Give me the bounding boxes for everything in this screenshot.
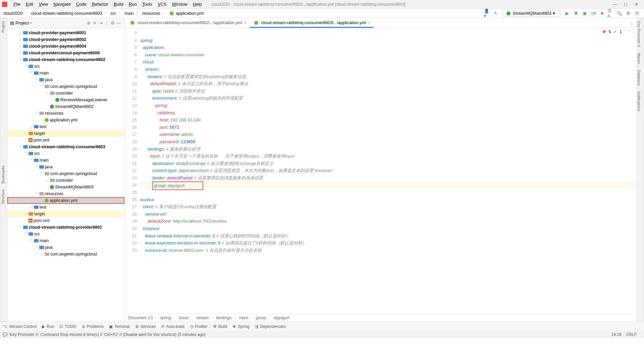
code-line[interactable]: spring: [140,37,637,44]
line-gutter[interactable]: 3456789101112131415161718192021222324252… [125,28,140,313]
code-line[interactable]: type: rabbit # 消息组件类型 [140,88,637,95]
menu-edit[interactable]: Edit [23,1,36,7]
tree-item[interactable]: mpom.xml [7,137,124,143]
code-breadcrumb[interactable]: bindings: [216,315,232,320]
tree-item[interactable]: application.yml [7,197,124,204]
menu-file[interactable]: File [11,1,23,7]
debug-button[interactable]: ✱ [573,10,579,17]
options-icon[interactable]: ⋮ [104,20,110,25]
menu-view[interactable]: View [36,1,51,7]
tool-run[interactable]: ▶Run [42,324,54,329]
tool-services[interactable]: ⚙Services [135,324,156,329]
profile-button[interactable]: ◷▾ [590,10,597,17]
close-tab-icon[interactable]: × [244,20,247,25]
settings-icon[interactable]: ⚙ [625,10,632,17]
run-button[interactable]: ▶ [564,10,571,17]
tool-spring[interactable]: ❖Spring [232,324,250,329]
locate-icon[interactable]: ⊕ [86,20,92,25]
collapse-all-icon[interactable]: ⇥ [98,20,104,25]
tree-item[interactable]: ˅src [7,231,124,237]
structure-tool-tab[interactable]: Structure [0,186,6,207]
code-breadcrumb[interactable]: atguiguA [274,315,289,320]
tree-item[interactable]: ˅java [7,244,124,251]
maven-tool-tab[interactable]: Maven [637,50,641,67]
tab-options-icon[interactable]: ⋮ [627,20,637,28]
tree-item[interactable]: ˅cloud-stream-rabbitmq-consumer8802 [7,56,124,63]
tree-item[interactable]: ReceiveMessageListener [7,97,124,103]
code-line[interactable]: instance-id: receive-8803.com # 在信息列表时显示… [140,247,637,254]
code-breadcrumb[interactable]: Document 1/1 [128,315,153,320]
notifications-tool-tab[interactable]: Notifications [637,89,641,114]
code-line[interactable]: port: 5672 [140,124,637,131]
tree-item[interactable]: StreamMQMain8803 [7,184,124,190]
code-line[interactable]: input: # 这个名字是一个通道的名称 生产者使用output，消费者使用i… [140,153,637,160]
database-tool-tab[interactable]: Database [637,67,641,89]
chevron-down-icon[interactable]: ▾ [30,21,32,25]
menu-vcs[interactable]: VCS [155,1,169,7]
code-line[interactable]: rabbitmq: [140,109,637,117]
close-icon[interactable]: ✕ [634,2,639,7]
coverage-button[interactable]: ▣ [581,10,588,17]
code-line[interactable]: username: admin [140,131,637,138]
settings-gear-icon[interactable]: ⚙ [110,20,116,25]
expand-all-icon[interactable]: ≡ [92,20,98,25]
minimize-icon[interactable]: — [612,2,617,7]
tree-item[interactable]: ›controller [7,177,124,184]
bookmarks-tool-tab[interactable]: Bookmarks [0,163,6,186]
menu-run[interactable]: Run [126,1,140,7]
code-line[interactable]: stream: [140,66,637,73]
tree-item[interactable]: ›cloud-provider-payment8001 [7,30,124,36]
tree-item[interactable]: ˅cloud-stream-rabbitmq-provider8801 [7,224,124,231]
code-line[interactable]: cloud: [140,58,637,66]
breadcrumb-item[interactable]: application.yml [168,11,204,16]
tree-item[interactable]: ˅src [7,63,124,70]
tree-item[interactable]: ˅com.angenin.springcloud [7,170,124,177]
editor-tab[interactable]: cloud-stream-rabbitmq-consumer8803\...\a… [250,19,374,28]
code-breadcrumb[interactable]: group: [256,315,267,320]
code-line[interactable] [140,189,637,196]
code-line[interactable]: password: 123456 [140,138,637,146]
breadcrumb-item[interactable]: resources [141,11,161,16]
code-line[interactable]: destination: studyExchange # 表示要使用的Excha… [140,160,637,167]
code-breadcrumb[interactable]: stream: [196,315,210,320]
run-config-select[interactable]: StreamMQMain8803 ▾ [502,10,561,17]
code-line[interactable]: defaultRabbit: # 表示定义的名称，用于binding整合 [140,80,637,88]
tool-auto-build[interactable]: ⟳Auto-build [161,324,184,329]
code-editor[interactable]: ❶5 ✔1 ˆˇ 3456789101112131415161718192021… [125,28,637,313]
notification-icon[interactable]: 💬 [3,332,8,337]
tree-item[interactable]: ›com.angenin.springcloud [7,251,124,257]
stop-button[interactable]: ■ [599,10,605,17]
tree-item[interactable]: ˅controller [7,90,124,97]
tool-build[interactable]: ⚒Build [213,324,227,329]
tree-item[interactable]: ˅main [7,70,124,76]
line-separator[interactable]: CRLF [626,332,637,337]
code-breadcrumb[interactable]: spring: [160,315,172,320]
code-line[interactable]: binders: # 在此处配置要绑定的rabbitmq的服务信息; [140,73,637,80]
code-line[interactable] [140,30,637,37]
menu-tools[interactable]: Tools [140,1,155,7]
code-line[interactable]: name: cloud-stream-consumer [140,51,637,59]
code-line[interactable]: lease-renewal-interval-in-seconds: 2 # 设… [140,232,637,240]
hide-icon[interactable]: — [116,20,122,25]
tool-version-control[interactable]: ⌥Version Control [3,324,37,329]
tool-todo[interactable]: ☑TODO [59,324,76,329]
tree-item[interactable]: application.yml [7,117,124,123]
editor-breadcrumbs[interactable]: Document 1/1 〉 spring: 〉 cloud: 〉 stream… [125,313,637,322]
editor-tab[interactable]: cloud-stream-rabbitmq-consumer8802\...\a… [126,19,250,28]
tree-item[interactable]: ˅java [7,164,124,170]
tree-item[interactable]: ˅main [7,157,124,164]
menu-help[interactable]: Help [190,1,205,7]
tool-terminal[interactable]: ▣Terminal [109,324,129,329]
tree-item[interactable]: ˅resources [7,110,124,117]
code-line[interactable]: bindings: # 服务的整合处理 [140,146,637,153]
search-icon[interactable]: 🔍 [616,10,623,17]
tree-item[interactable]: ›target [7,130,124,137]
tree-item[interactable]: ›cloud-provider-payment8002 [7,36,124,43]
maximize-icon[interactable]: ◻ [623,2,628,7]
tool-dependencies[interactable]: ⇶Dependencies [255,324,286,329]
user-icon[interactable]: 👤▾ [484,10,491,17]
tree-item[interactable]: ˅resources [7,190,124,197]
code-line[interactable]: eureka: [140,196,637,204]
code-line[interactable]: lease-expiration-duration-in-seconds: 5 … [140,239,637,247]
code-line[interactable]: application: [140,44,637,51]
